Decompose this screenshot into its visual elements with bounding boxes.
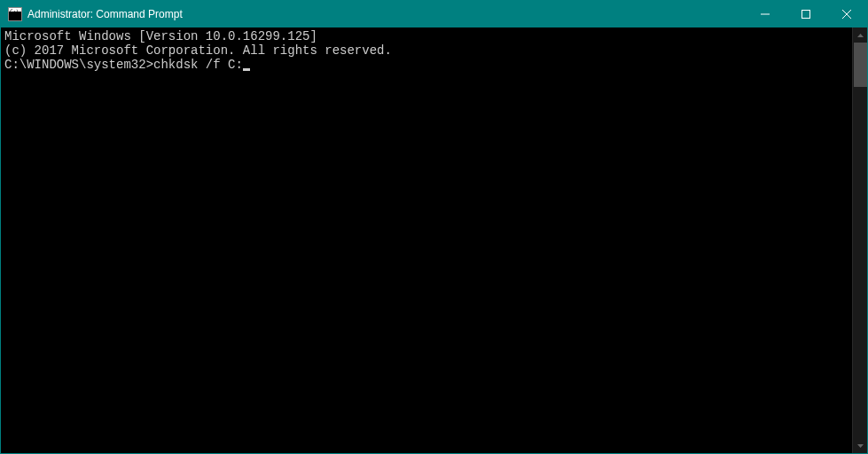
scroll-down-arrow[interactable]	[853, 438, 867, 453]
vertical-scrollbar[interactable]	[852, 27, 867, 453]
console-area: Microsoft Windows [Version 10.0.16299.12…	[1, 27, 867, 453]
svg-rect-1	[802, 11, 810, 19]
console-content[interactable]: Microsoft Windows [Version 10.0.16299.12…	[1, 27, 852, 453]
command-prompt-window: Administrator: Command Prompt Microsoft …	[0, 0, 868, 454]
maximize-button[interactable]	[786, 1, 826, 27]
prompt-line: C:\WINDOWS\system32>chkdsk /f C:	[4, 58, 848, 72]
minimize-button[interactable]	[745, 1, 786, 27]
console-line: (c) 2017 Microsoft Corporation. All righ…	[4, 43, 848, 58]
text-cursor	[243, 68, 250, 71]
scroll-thumb[interactable]	[854, 43, 867, 87]
prompt-path: C:\WINDOWS\system32>	[4, 58, 153, 72]
window-title: Administrator: Command Prompt	[27, 8, 745, 20]
window-controls	[745, 1, 867, 27]
console-line: Microsoft Windows [Version 10.0.16299.12…	[4, 29, 848, 43]
scroll-up-arrow[interactable]	[853, 27, 867, 43]
cmd-icon	[8, 7, 22, 21]
titlebar[interactable]: Administrator: Command Prompt	[1, 1, 867, 27]
close-button[interactable]	[826, 1, 867, 27]
typed-command: chkdsk /f C:	[153, 58, 243, 72]
